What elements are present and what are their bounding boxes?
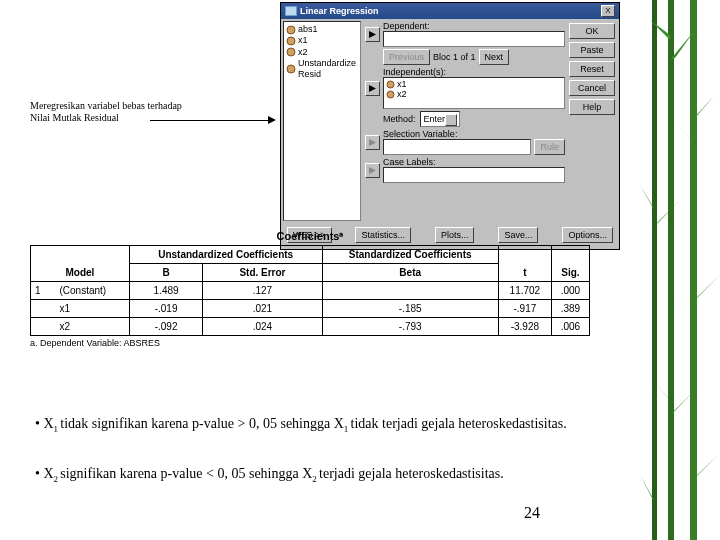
move-right-button[interactable] <box>365 163 380 178</box>
coefficients-table: Model Unstandardized Coefficients Standa… <box>30 245 590 336</box>
table-footnote: a. Dependent Variable: ABSRES <box>30 338 590 348</box>
case-labels-label: Case Labels: <box>383 157 565 167</box>
bullet-2-text-a: signifikan karena p-value < 0, 05 sehing… <box>60 466 312 481</box>
cell-name: x1 <box>56 300 130 318</box>
independent-label: Independent(s): <box>383 67 565 77</box>
var-label: abs1 <box>298 24 318 35</box>
cell-model <box>31 300 56 318</box>
svg-marker-21 <box>694 275 720 300</box>
bamboo-decoration <box>640 0 720 540</box>
bullet-2: • X2 signifikan karena p-value < 0, 05 s… <box>35 465 615 485</box>
indep-item[interactable]: x2 <box>386 89 562 99</box>
independent-box[interactable]: x1 x2 <box>383 77 565 109</box>
cell-b: 1.489 <box>129 282 203 300</box>
dialog-titlebar: Linear Regression X <box>281 3 619 19</box>
table-row: x2 -.092 .024 -.793 -3.928 .006 <box>31 318 590 336</box>
svg-marker-23 <box>648 375 670 400</box>
move-right-button[interactable] <box>365 27 380 42</box>
variable-icon <box>386 80 395 89</box>
th-model: Model <box>31 246 130 282</box>
block-label: Bloc 1 of 1 <box>433 52 476 62</box>
dependent-label: Dependent: <box>383 21 565 31</box>
cell-sig: .389 <box>551 300 589 318</box>
coefficients-title: Coefficientsᵃ <box>30 230 590 243</box>
svg-rect-12 <box>668 0 674 540</box>
cell-se: .127 <box>203 282 322 300</box>
cell-b: -.092 <box>129 318 203 336</box>
variable-list[interactable]: abs1 x1 x2 Unstandardize Resid <box>283 21 361 221</box>
page-number: 24 <box>524 504 540 522</box>
var-label: x2 <box>298 47 308 58</box>
bullet-2-text-b: terjadi gejala heteroskedastisitas. <box>319 466 504 481</box>
variable-icon <box>286 36 296 46</box>
svg-point-3 <box>287 37 295 45</box>
svg-marker-26 <box>640 475 654 500</box>
arrow-right-icon <box>369 85 376 92</box>
svg-marker-20 <box>655 200 680 225</box>
method-label: Method: <box>383 114 416 124</box>
arrow-right-icon <box>369 139 376 146</box>
next-button[interactable]: Next <box>479 49 510 65</box>
svg-point-5 <box>287 65 295 73</box>
indep-label: x1 <box>397 79 407 89</box>
var-item[interactable]: x1 <box>286 35 358 46</box>
dialog-mid-column: Dependent: Previous Bloc 1 of 1 Next Ind… <box>363 21 567 221</box>
svg-rect-1 <box>286 7 296 15</box>
ok-button[interactable]: OK <box>569 23 615 39</box>
svg-rect-14 <box>652 0 657 540</box>
var-item[interactable]: x2 <box>286 47 358 58</box>
cancel-button[interactable]: Cancel <box>569 80 615 96</box>
cell-model <box>31 318 56 336</box>
th-beta: Beta <box>322 264 498 282</box>
svg-marker-7 <box>369 85 376 92</box>
arrow-right-icon <box>369 31 376 38</box>
table-row: 1 (Constant) 1.489 .127 11.702 .000 <box>31 282 590 300</box>
var-item[interactable]: abs1 <box>286 24 358 35</box>
var-item[interactable]: Unstandardize Resid <box>286 58 358 81</box>
reset-button[interactable]: Reset <box>569 61 615 77</box>
th-t: t <box>498 246 551 282</box>
method-select[interactable]: Enter <box>420 111 461 127</box>
annotation-line2: Nilai Mutlak Residual <box>30 112 119 123</box>
arrow-right-icon <box>369 167 376 174</box>
move-right-button[interactable] <box>365 81 380 96</box>
th-b: B <box>129 264 203 282</box>
th-std: Standardized Coefficients <box>322 246 498 264</box>
slide-page: Meregresikan variabel bebas terhadap Nil… <box>0 0 640 540</box>
close-button[interactable]: X <box>601 5 615 17</box>
cell-se: .021 <box>203 300 322 318</box>
cell-name: (Constant) <box>56 282 130 300</box>
cell-name: x2 <box>56 318 130 336</box>
indep-label: x2 <box>397 89 407 99</box>
dialog-title: Linear Regression <box>300 6 379 16</box>
move-right-button[interactable] <box>365 135 380 150</box>
bullet-1: • X1 tidak signifikan karena p-value > 0… <box>35 415 615 435</box>
arrow-line <box>150 120 270 121</box>
dialog-right-buttons: OK Paste Reset Cancel Help <box>569 21 617 221</box>
dialog-body: abs1 x1 x2 Unstandardize Resid Dependent… <box>281 19 619 223</box>
indep-item[interactable]: x1 <box>386 79 562 89</box>
help-button[interactable]: Help <box>569 99 615 115</box>
previous-button[interactable]: Previous <box>383 49 430 65</box>
selection-label: Selection Variable: <box>383 129 565 139</box>
method-value: Enter <box>424 114 446 124</box>
svg-rect-13 <box>690 0 697 540</box>
paste-button[interactable]: Paste <box>569 42 615 58</box>
app-icon <box>285 6 297 16</box>
case-labels-field[interactable] <box>383 167 565 183</box>
cell-t: -3.928 <box>498 318 551 336</box>
selection-field[interactable] <box>383 139 531 155</box>
rule-button[interactable]: Rule <box>534 139 565 155</box>
coefficients-table-wrap: Coefficientsᵃ Model Unstandardized Coeff… <box>30 230 590 348</box>
variable-icon <box>286 25 296 35</box>
variable-icon <box>286 64 296 74</box>
cell-b: -.019 <box>129 300 203 318</box>
cell-se: .024 <box>203 318 322 336</box>
svg-marker-6 <box>369 31 376 38</box>
svg-marker-11 <box>369 167 376 174</box>
cell-sig: .000 <box>551 282 589 300</box>
cell-t: -.917 <box>498 300 551 318</box>
dependent-field[interactable] <box>383 31 565 47</box>
svg-point-2 <box>287 26 295 34</box>
cell-beta: -.793 <box>322 318 498 336</box>
